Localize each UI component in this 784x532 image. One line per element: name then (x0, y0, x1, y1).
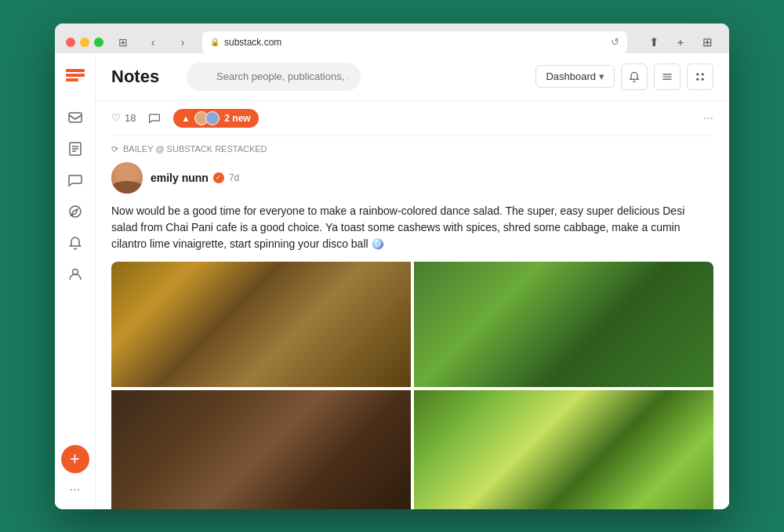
svg-point-15 (696, 78, 699, 80)
maximize-button[interactable] (94, 38, 103, 47)
restacked-label: ⟳ BAILEY @ SUBSTACK RESTACKED (111, 136, 713, 157)
svg-rect-1 (66, 74, 85, 77)
svg-rect-0 (66, 69, 85, 72)
browser-actions: ⬆ + ⊞ (643, 31, 718, 53)
author-info: emily nunn ✓ 7d (151, 172, 239, 184)
lock-icon: 🔒 (210, 38, 220, 46)
sidebar-item-inbox[interactable] (61, 103, 89, 132)
new-posts-badge[interactable]: ▲ 2 new (173, 109, 258, 128)
grid-view-button[interactable]: ⊞ (696, 31, 718, 53)
post-card: ♡ 18 ▲ (96, 101, 729, 509)
svg-rect-2 (66, 78, 78, 81)
like-action[interactable]: ♡ 18 (111, 112, 136, 124)
sidebar-item-chat[interactable] (61, 166, 89, 194)
author-row: emily nunn ✓ 7d (111, 157, 713, 198)
post-image-2[interactable] (414, 262, 713, 387)
avatar-2 (205, 111, 220, 125)
author-name[interactable]: emily nunn (151, 172, 209, 184)
verified-icon: ✓ (213, 172, 224, 183)
minimize-button[interactable] (80, 38, 89, 47)
feed[interactable]: ♡ 18 ▲ (96, 101, 729, 509)
svg-rect-3 (69, 113, 82, 122)
topbar-right: Dashboard ▾ (535, 63, 713, 90)
author-avatar[interactable] (111, 162, 143, 194)
badge-avatars (194, 111, 220, 125)
post-more-button[interactable]: ··· (703, 111, 713, 125)
search-wrapper: 🔍 (187, 63, 485, 91)
sidebar-item-publications[interactable] (61, 135, 89, 163)
post-image-4[interactable] (414, 390, 713, 509)
heart-icon: ♡ (111, 112, 121, 124)
sidebar-item-explore[interactable] (61, 197, 89, 226)
sidebar-more-button[interactable]: ··· (70, 483, 80, 497)
browser-window: ⊞ ‹ › 🔒 substack.com ↺ ⬆ + ⊞ (55, 24, 729, 509)
traffic-lights (66, 38, 103, 47)
comment-action[interactable] (148, 112, 161, 125)
svg-point-14 (702, 73, 704, 75)
restack-icon: ⟳ (111, 144, 118, 154)
grid-options-button[interactable] (687, 63, 713, 90)
notifications-button[interactable] (621, 63, 648, 90)
sidebar-toggle-button[interactable]: ⊞ (113, 34, 133, 51)
author-details: emily nunn ✓ 7d (151, 172, 239, 184)
address-bar[interactable]: 🔒 substack.com ↺ (202, 31, 627, 53)
main-content: Notes 🔍 Dashboard ▾ (96, 53, 729, 509)
post-timestamp: 7d (229, 172, 239, 183)
post-image-1[interactable] (111, 262, 411, 387)
forward-button[interactable]: › (172, 34, 193, 51)
sidebar-item-notifications[interactable] (61, 229, 89, 257)
app-content: + ··· Notes 🔍 Dashboard ▾ (55, 53, 729, 509)
share-button[interactable]: ⬆ (643, 31, 665, 53)
reload-icon[interactable]: ↺ (611, 36, 619, 48)
topbar: Notes 🔍 Dashboard ▾ (96, 53, 729, 101)
search-input[interactable] (187, 63, 361, 91)
chevron-down-icon: ▾ (599, 71, 604, 82)
svg-point-16 (702, 78, 704, 80)
post-actions-top: ♡ 18 ▲ (111, 101, 713, 136)
dashboard-button[interactable]: Dashboard ▾ (535, 65, 615, 88)
post-body-text: Now would be a good time for everyone to… (111, 198, 713, 262)
menu-button[interactable] (654, 63, 681, 90)
browser-chrome: ⊞ ‹ › 🔒 substack.com ↺ ⬆ + ⊞ (55, 24, 729, 53)
create-post-button[interactable]: + (61, 445, 89, 473)
close-button[interactable] (66, 38, 75, 47)
url-text: substack.com (224, 37, 281, 48)
svg-point-13 (696, 73, 699, 75)
left-sidebar: + ··· (55, 53, 96, 509)
new-tab-button[interactable]: + (670, 31, 691, 53)
upvote-icon: ▲ (181, 114, 190, 123)
app-logo[interactable] (64, 66, 86, 91)
sidebar-item-profile[interactable] (61, 260, 89, 288)
page-title: Notes (111, 67, 174, 87)
post-image-3[interactable] (111, 390, 411, 509)
post-image-grid (111, 262, 713, 509)
back-button[interactable]: ‹ (143, 34, 163, 51)
